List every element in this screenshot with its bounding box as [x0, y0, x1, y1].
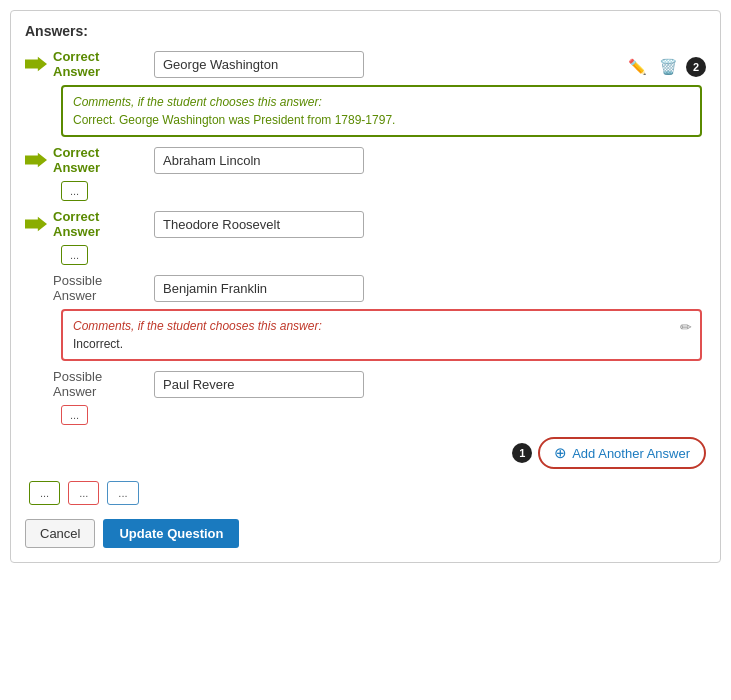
answer-row-1: Correct Answer ✏️ 🗑️ 2 Comments, if the … — [25, 49, 706, 137]
bottom-type-btns: ... ... ... — [29, 481, 706, 505]
correct-arrow-icon-1 — [25, 53, 47, 75]
answer-input-1[interactable] — [154, 51, 364, 78]
comment-btn-5[interactable]: ... — [61, 405, 88, 425]
edit-answer-btn-1[interactable]: ✏️ — [624, 56, 651, 78]
cancel-button[interactable]: Cancel — [25, 519, 95, 548]
plus-icon: ⊕ — [554, 444, 567, 462]
answer-input-2[interactable] — [154, 147, 364, 174]
correct-arrow-icon-2 — [25, 149, 47, 171]
add-another-row: 1 ⊕ Add Another Answer — [25, 437, 706, 469]
type-btn-green[interactable]: ... — [29, 481, 60, 505]
answer-label-5: Possible Answer — [53, 369, 148, 399]
comment-box-4: ✏ Comments, if the student chooses this … — [61, 309, 702, 361]
answers-title: Answers: — [25, 23, 706, 39]
type-btn-blue[interactable]: ... — [107, 481, 138, 505]
svg-marker-1 — [25, 153, 47, 168]
answer-input-4[interactable] — [154, 275, 364, 302]
badge-add: 1 — [512, 443, 532, 463]
comment-label-4: Comments, if the student chooses this an… — [73, 319, 690, 333]
comment-text-1: Correct. George Washington was President… — [73, 113, 690, 127]
comment-btn-2[interactable]: ... — [61, 181, 88, 201]
answer-input-3[interactable] — [154, 211, 364, 238]
update-button[interactable]: Update Question — [103, 519, 239, 548]
answer-row-4: Possible Answer ✏ Comments, if the stude… — [25, 273, 706, 361]
answer-label-1: Correct Answer — [53, 49, 148, 79]
answers-container: Answers: Correct Answer ✏️ 🗑️ 2 Comments… — [10, 10, 721, 563]
answer-row-5: Possible Answer ... — [25, 369, 706, 433]
svg-marker-2 — [25, 217, 47, 232]
answer-row-3: Correct Answer ... — [25, 209, 706, 273]
edit-comment-icon-4[interactable]: ✏ — [680, 319, 692, 335]
comment-btn-3[interactable]: ... — [61, 245, 88, 265]
answer-input-5[interactable] — [154, 371, 364, 398]
add-another-button[interactable]: ⊕ Add Another Answer — [538, 437, 706, 469]
badge-1: 2 — [686, 57, 706, 77]
delete-answer-btn-1[interactable]: 🗑️ — [655, 56, 682, 78]
answer-row-2: Correct Answer ... — [25, 145, 706, 209]
answer-label-4: Possible Answer — [53, 273, 148, 303]
comment-text-4: Incorrect. — [73, 337, 690, 351]
add-another-label: Add Another Answer — [572, 446, 690, 461]
answer-label-2: Correct Answer — [53, 145, 148, 175]
type-btn-red[interactable]: ... — [68, 481, 99, 505]
comment-label-1: Comments, if the student chooses this an… — [73, 95, 690, 109]
correct-arrow-icon-3 — [25, 213, 47, 235]
answer-label-3: Correct Answer — [53, 209, 148, 239]
footer-buttons: Cancel Update Question — [25, 519, 706, 548]
svg-marker-0 — [25, 57, 47, 72]
comment-box-1: Comments, if the student chooses this an… — [61, 85, 702, 137]
